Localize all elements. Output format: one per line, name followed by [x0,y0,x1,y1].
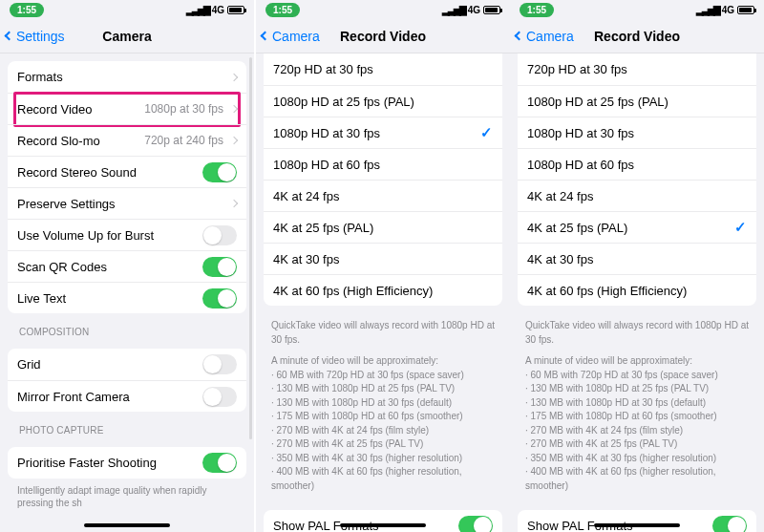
recording-info: QuickTake video will always record with … [256,319,510,502]
option-1080p-60[interactable]: 1080p HD at 60 fps [264,148,502,180]
home-indicator[interactable] [594,523,680,527]
approx-item: 270 MB with 4K at 24 fps (film style) [271,424,495,438]
show-pal-group: Show PAL Formats [264,510,502,532]
approx-lead: A minute of video will be approximately: [271,354,495,369]
status-bar: 1:55 ▂▃▅▇ 4G [256,0,510,19]
nav-bar: Camera Record Video [510,19,764,53]
option-1080p-30[interactable]: 1080p HD at 30 fps✓ [264,117,502,148]
approx-item: 130 MB with 1080p HD at 25 fps (PAL TV) [525,382,749,396]
chevron-left-icon [261,32,270,41]
option-4k-25-pal[interactable]: 4K at 25 fps (PAL) [264,211,502,243]
option-4k-60[interactable]: 4K at 60 fps (High Efficiency) [518,274,756,306]
toggle-mirror-front[interactable] [202,387,237,407]
toggle-stereo[interactable] [202,162,237,182]
row-show-pal[interactable]: Show PAL Formats [264,510,502,532]
approx-list: 60 MB with 720p HD at 30 fps (space save… [525,369,749,494]
back-label: Camera [272,29,320,44]
row-stereo-sound[interactable]: Record Stereo Sound [8,156,246,187]
row-detail: 720p at 240 fps [144,134,223,147]
battery-icon [227,6,244,14]
resolution-options: 720p HD at 30 fps 1080p HD at 25 fps (PA… [264,53,502,306]
row-record-video[interactable]: Record Video 1080p at 30 fps [8,93,246,124]
approx-item: 270 MB with 4K at 25 fps (PAL TV) [271,437,495,452]
status-signal: ▂▃▅▇ 4G [442,5,500,15]
option-4k-60[interactable]: 4K at 60 fps (High Efficiency) [264,274,502,306]
row-prioritise-faster[interactable]: Prioritise Faster Shooting [8,447,246,479]
back-button[interactable]: Settings [6,29,65,44]
row-record-slomo[interactable]: Record Slo-mo 720p at 240 fps [8,124,246,156]
nav-title: Record Video [340,29,426,44]
toggle-grid[interactable] [202,354,237,374]
home-indicator[interactable] [340,523,426,527]
footer-note-prioritise: Intelligently adapt image quality when r… [0,480,254,509]
option-4k-30[interactable]: 4K at 30 fps [518,243,756,274]
toggle-live-text[interactable] [202,288,237,309]
approx-item: 270 MB with 4K at 24 fps (film style) [525,424,749,438]
quicktake-note: QuickTake video will always record with … [525,319,749,347]
checkmark-icon: ✓ [480,124,493,141]
option-1080p-30[interactable]: 1080p HD at 30 fps [518,117,756,148]
row-label: Use Volume Up for Burst [17,228,202,243]
settings-group-composition: Grid Mirror Front Camera [8,349,246,412]
approx-item: 175 MB with 1080p HD at 60 fps (smoother… [525,410,749,424]
back-button[interactable]: Camera [262,29,320,44]
row-detail: 1080p at 30 fps [144,102,223,116]
signal-bars-icon: ▂▃▅▇ [442,5,465,15]
home-indicator[interactable] [84,523,170,527]
back-button[interactable]: Camera [516,29,574,44]
row-volume-burst[interactable]: Use Volume Up for Burst [8,219,246,250]
checkmark-icon: ✓ [734,219,747,236]
approx-lead: A minute of video will be approximately: [525,354,749,369]
status-signal: ▂▃▅▇ 4G [186,5,244,15]
row-show-pal[interactable]: Show PAL Formats [518,510,756,532]
toggle-prioritise-faster[interactable] [202,453,237,473]
option-1080p-60[interactable]: 1080p HD at 60 fps [518,148,756,180]
approx-item: 130 MB with 1080p HD at 30 fps (default) [271,396,495,411]
approx-item: 350 MB with 4K at 30 fps (higher resolut… [525,452,749,466]
toggle-scan-qr[interactable] [202,257,237,277]
record-video-list: 720p HD at 30 fps 1080p HD at 25 fps (PA… [510,53,764,532]
row-grid[interactable]: Grid [8,349,246,380]
status-time: 1:55 [265,3,300,17]
approx-item: 60 MB with 720p HD at 30 fps (space save… [271,369,495,383]
toggle-show-pal[interactable] [458,516,493,532]
row-label: Record Video [17,102,144,117]
resolution-options: 720p HD at 30 fps 1080p HD at 25 fps (PA… [518,53,756,306]
back-label: Settings [16,29,65,44]
toggle-volume-burst[interactable] [202,225,237,245]
pane-camera-settings: 1:55 ▂▃▅▇ 4G Settings Camera Formats Rec… [0,0,256,532]
nav-title: Record Video [594,29,680,44]
nav-bar: Camera Record Video [256,19,510,53]
row-live-text[interactable]: Live Text [8,282,246,313]
network-label: 4G [212,5,224,15]
pane-record-video-b: 1:55 ▂▃▅▇ 4G Camera Record Video 720p HD… [510,0,764,532]
row-scan-qr[interactable]: Scan QR Codes [8,250,246,282]
settings-group-photo: Prioritise Faster Shooting [8,447,246,479]
option-1080p-25-pal[interactable]: 1080p HD at 25 fps (PAL) [264,85,502,117]
option-720p-30[interactable]: 720p HD at 30 fps [264,53,502,85]
signal-bars-icon: ▂▃▅▇ [186,5,209,15]
option-720p-30[interactable]: 720p HD at 30 fps [518,53,756,85]
toggle-show-pal[interactable] [712,516,747,532]
row-formats[interactable]: Formats [8,61,246,93]
row-mirror-front[interactable]: Mirror Front Camera [8,380,246,412]
status-time: 1:55 [10,3,44,17]
option-4k-24[interactable]: 4K at 24 fps [518,180,756,211]
approx-item: 175 MB with 1080p HD at 60 fps (smoother… [271,410,495,424]
row-preserve-settings[interactable]: Preserve Settings [8,187,246,219]
approx-item: 270 MB with 4K at 25 fps (PAL TV) [525,437,749,452]
row-label: Grid [17,357,202,372]
option-1080p-25-pal[interactable]: 1080p HD at 25 fps (PAL) [518,85,756,117]
approx-item: 60 MB with 720p HD at 30 fps (space save… [525,369,749,383]
option-4k-30[interactable]: 4K at 30 fps [264,243,502,274]
recording-info: QuickTake video will always record with … [510,319,764,502]
option-4k-24[interactable]: 4K at 24 fps [264,180,502,211]
network-label: 4G [468,5,480,15]
nav-bar: Settings Camera [0,19,254,53]
quicktake-note: QuickTake video will always record with … [271,319,495,347]
row-label: Live Text [17,291,202,306]
row-label: Formats [17,70,227,84]
chevron-left-icon [515,32,524,41]
back-label: Camera [526,29,574,44]
option-4k-25-pal[interactable]: 4K at 25 fps (PAL)✓ [518,211,756,243]
